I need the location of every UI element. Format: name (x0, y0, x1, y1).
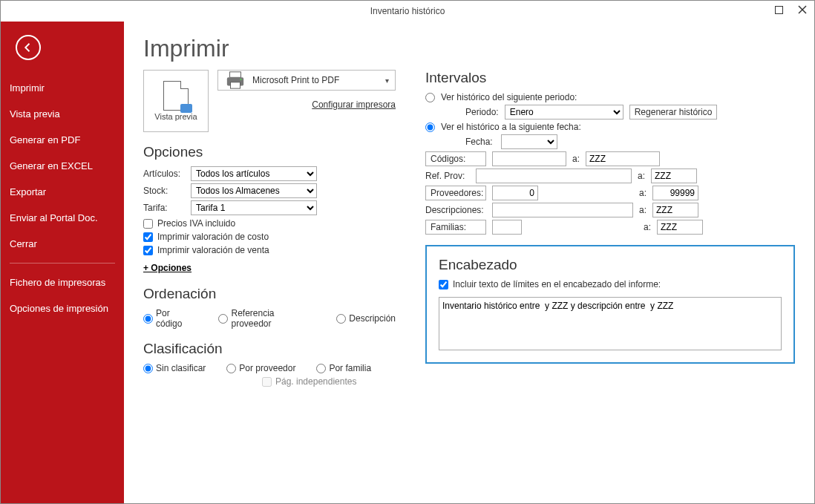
ord-refprov-radio[interactable] (218, 314, 228, 324)
titlebar: Inventario histórico (1, 1, 814, 22)
svg-rect-3 (230, 72, 241, 77)
opt-fecha-label: Ver el histórico a la siguiente fecha: (441, 122, 581, 132)
desc-from-input[interactable] (492, 203, 633, 217)
stock-select[interactable]: Todos los Almacenes (191, 183, 317, 198)
clasificacion-radios: Sin clasificar Por proveedor Por familia (143, 363, 396, 373)
sidebar-item-exportar[interactable]: Exportar (1, 179, 124, 205)
ordenacion-title: Ordenación (143, 286, 396, 302)
sidebar-item-imprimir[interactable]: Imprimir (1, 75, 124, 101)
periodo-label: Periodo: (465, 107, 499, 117)
pag-indep-checkbox (262, 377, 272, 387)
window-title: Inventario histórico (370, 6, 445, 16)
codigos-from-input[interactable] (492, 151, 566, 166)
articulos-select[interactable]: Todos los artículos (191, 166, 317, 181)
chevron-down-icon: ▾ (385, 76, 389, 85)
regenerar-historico-button[interactable]: Regenerar histórico (629, 105, 718, 120)
intervalos-title: Intervalos (425, 70, 795, 86)
sidebar-item-enviar-portal[interactable]: Enviar al Portal Doc. (1, 205, 124, 231)
ord-codigo-radio[interactable] (143, 314, 153, 324)
printer-name: Microsoft Print to PDF (252, 75, 379, 85)
tarifa-select[interactable]: Tarifa 1 (191, 200, 317, 215)
printer-selector[interactable]: Microsoft Print to PDF ▾ (217, 70, 396, 91)
prov-to-input[interactable] (652, 186, 698, 200)
fam-from-input[interactable] (492, 220, 522, 235)
fam-to-input[interactable] (657, 220, 703, 235)
opt-periodo-radio[interactable] (425, 93, 435, 102)
sidebar-item-generar-pdf[interactable]: Generar en PDF (1, 127, 124, 153)
val-venta-label: Imprimir valoración de venta (157, 245, 269, 255)
refprov-label: Ref. Prov: (425, 171, 470, 181)
refprov-from-input[interactable] (476, 168, 632, 183)
sidebar-item-cerrar[interactable]: Cerrar (1, 231, 124, 257)
sidebar-item-generar-excel[interactable]: Generar en EXCEL (1, 153, 124, 179)
cls-sin-radio[interactable] (143, 364, 153, 373)
val-costo-checkbox[interactable] (143, 232, 153, 242)
precios-iva-checkbox[interactable] (143, 219, 153, 229)
printer-icon (224, 71, 246, 90)
ordenacion-radios: Por código Referencia proveedor Descripc… (143, 308, 396, 329)
encabezado-panel: Encabezado Incluir texto de límites en e… (425, 245, 795, 364)
clasificacion-title: Clasificación (143, 341, 396, 357)
codigos-button[interactable]: Códigos: (425, 151, 486, 166)
ord-refprov-label: Referencia proveedor (231, 308, 315, 329)
opciones-title: Opciones (143, 144, 396, 160)
refprov-to-input[interactable] (651, 168, 697, 183)
periodo-select[interactable]: Enero (505, 105, 623, 120)
sidebar-divider (10, 263, 115, 264)
stock-label: Stock: (143, 186, 186, 196)
ord-desc-label: Descripción (349, 313, 396, 324)
incluir-limites-checkbox[interactable] (439, 280, 448, 289)
cls-prov-radio[interactable] (226, 364, 236, 373)
encabezado-textarea[interactable] (439, 297, 782, 350)
close-icon[interactable] (795, 2, 810, 17)
cls-fam-label: Por familia (329, 363, 371, 373)
incluir-limites-label: Incluir texto de límites en el encabezad… (453, 279, 661, 289)
a-label-3: a: (639, 188, 647, 198)
ord-desc-radio[interactable] (336, 314, 346, 324)
mas-opciones-link[interactable]: + Opciones (143, 263, 192, 273)
cls-fam-radio[interactable] (316, 364, 326, 373)
cls-prov-label: Por proveedor (239, 363, 295, 373)
opt-periodo-label: Ver histórico del siguiente periodo: (441, 92, 577, 102)
cls-sin-label: Sin clasificar (156, 363, 206, 373)
content: Imprimir Vista previa Microsoft Print to… (124, 22, 814, 503)
fecha-select[interactable] (501, 134, 557, 149)
opt-fecha-radio[interactable] (425, 122, 435, 132)
precios-iva-label: Precios IVA incluido (157, 218, 235, 229)
back-button[interactable] (16, 35, 41, 60)
document-preview-icon (163, 81, 189, 111)
prov-from-input[interactable] (492, 186, 538, 200)
proveedores-button[interactable]: Proveedores: (425, 186, 486, 200)
svg-rect-5 (231, 82, 240, 88)
a-label-5: a: (644, 222, 651, 232)
val-venta-checkbox[interactable] (143, 246, 153, 255)
tarifa-label: Tarifa: (143, 203, 186, 213)
a-label-2: a: (638, 171, 645, 181)
ord-codigo-label: Por código (156, 308, 197, 329)
page-title: Imprimir (143, 35, 795, 62)
desc-label: Descripciones: (425, 205, 486, 215)
desc-to-input[interactable] (652, 203, 698, 217)
sidebar-item-opciones-impresion[interactable]: Opciones de impresión (1, 295, 124, 321)
articulos-label: Artículos: (143, 168, 186, 179)
sidebar-item-fichero-impresoras[interactable]: Fichero de impresoras (1, 269, 124, 295)
a-label: a: (572, 154, 580, 164)
svg-point-6 (240, 79, 241, 80)
svg-rect-0 (775, 6, 782, 13)
pag-indep-label: Pág. independientes (275, 376, 356, 387)
maximize-icon[interactable] (771, 2, 786, 17)
familias-button[interactable]: Familias: (425, 220, 486, 235)
configurar-impresora-link[interactable]: Configurar impresora (217, 99, 396, 110)
a-label-4: a: (639, 205, 647, 215)
val-costo-label: Imprimir valoración de costo (157, 232, 269, 242)
fecha-label: Fecha: (465, 137, 495, 147)
sidebar-item-vista-previa[interactable]: Vista previa (1, 101, 124, 127)
encabezado-title: Encabezado (439, 257, 782, 273)
sidebar: Imprimir Vista previa Generar en PDF Gen… (1, 22, 124, 503)
vista-previa-label: Vista previa (154, 112, 197, 121)
codigos-to-input[interactable] (586, 151, 660, 166)
vista-previa-button[interactable]: Vista previa (143, 70, 209, 132)
